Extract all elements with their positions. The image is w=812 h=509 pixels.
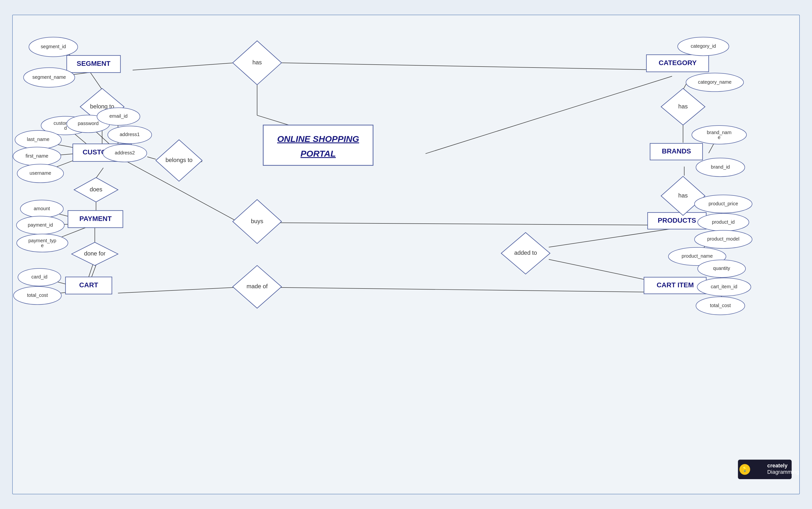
attr-last-name-label: last_name xyxy=(27,137,49,142)
attr-address1-label: address1 xyxy=(120,132,140,137)
attr-address2-label: address2 xyxy=(115,150,135,156)
entity-payment-label: PAYMENT xyxy=(79,215,112,223)
entity-brands-label: BRANDS xyxy=(662,147,691,155)
relation-has-brand-label: has xyxy=(678,103,688,110)
attr-category-id-label: category_id xyxy=(691,43,716,49)
logo-icon-text: 💡 xyxy=(742,466,748,472)
svg-line-16 xyxy=(96,168,104,178)
attr-payment-type-label2: e xyxy=(41,243,43,248)
attr-card-id-label: card_id xyxy=(31,274,47,280)
attr-customer-id-label2: d xyxy=(64,125,67,131)
entity-cartitem-label: CART ITEM xyxy=(657,281,694,289)
central-title-text1: ONLINE SHOPPING xyxy=(277,134,359,144)
relation-added-to-label: added to xyxy=(514,249,537,256)
svg-line-0 xyxy=(89,70,102,90)
relation-does-label: does xyxy=(90,186,103,193)
diagram-container: SEGMENT CUSTOMER PAYMENT CART CATEGORY B… xyxy=(12,15,800,494)
attr-quantity-label: quantity xyxy=(713,266,730,271)
logo-sub: Diagramming xyxy=(767,469,799,475)
attr-payment-id-label: payment_id xyxy=(28,222,53,228)
logo-name: creately xyxy=(767,463,788,469)
attr-product-id-label: product_id xyxy=(712,219,735,225)
attr-first-name-label: first_name xyxy=(26,153,48,159)
central-title-text2: PORTAL xyxy=(301,148,336,159)
svg-line-38 xyxy=(549,229,671,247)
entity-products-label: PRODUCTS xyxy=(658,216,696,224)
attr-total-cost-ci-label: total_cost xyxy=(710,303,731,308)
attr-cart-item-id-label: cart_item_id xyxy=(711,284,737,290)
attr-amount-label: amount xyxy=(34,206,50,211)
relation-buys-label: buys xyxy=(251,218,263,225)
relation-has-products-label: has xyxy=(678,192,688,199)
svg-line-2 xyxy=(147,157,156,159)
attr-brand-name-label2: e xyxy=(718,135,721,140)
attr-segment-id-label: segment_id xyxy=(41,44,66,49)
svg-line-49 xyxy=(426,76,672,154)
attr-username-label: username xyxy=(30,170,51,176)
central-title-box xyxy=(263,125,373,165)
relation-belongs-to-label: belongs to xyxy=(165,157,192,163)
entity-category-label: CATEGORY xyxy=(659,59,697,67)
attr-email-id-label: email_id xyxy=(109,113,127,119)
svg-line-43 xyxy=(118,287,234,293)
entity-cart-label: CART xyxy=(79,281,98,289)
attr-product-price-label: product_price xyxy=(708,201,738,207)
attr-product-model-label: product_model xyxy=(707,236,739,242)
relation-done-for-label: done for xyxy=(84,250,106,257)
attr-total-cost-cart-label: total_cost xyxy=(27,293,48,298)
svg-line-46 xyxy=(279,223,671,225)
attr-password-label: password xyxy=(78,121,99,126)
relation-made-of-label: made of xyxy=(247,283,268,290)
attr-brand-id-label: brand_id xyxy=(711,164,730,170)
svg-line-44 xyxy=(280,287,671,293)
relation-has-top-label: has xyxy=(252,59,262,66)
entity-segment-label: SEGMENT xyxy=(77,60,111,67)
attr-segment-name-label: segment_name xyxy=(32,74,66,80)
svg-line-5 xyxy=(279,63,672,70)
attr-category-name-label: category_name xyxy=(698,79,732,85)
attr-product-name-label: product_name xyxy=(681,253,713,259)
svg-line-4 xyxy=(133,63,235,70)
